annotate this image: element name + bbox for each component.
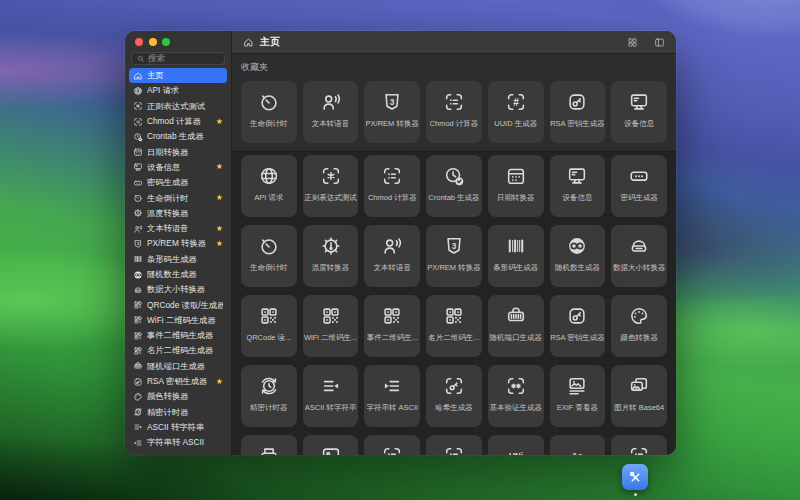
tool-tile[interactable]: WiFi 二维码生... <box>303 295 359 357</box>
tool-tile[interactable]: 条形码生成器 <box>488 225 544 287</box>
chmod-icon <box>381 165 403 187</box>
sidebar-item[interactable]: API 请求 <box>129 83 227 98</box>
tool-tile-label: 文本转语音 <box>374 264 412 272</box>
tool-tile-label: 日期转换器 <box>497 194 535 202</box>
tool-tile[interactable]: 生命倒计时 <box>241 81 297 143</box>
qr-icon <box>381 305 403 327</box>
tool-tile[interactable] <box>241 435 297 455</box>
sidebar-item[interactable]: WiFi 二维码生成器 <box>129 313 227 328</box>
tool-tile[interactable]: 文本转语音 <box>303 81 359 143</box>
tool-tile[interactable]: 随机数生成器 <box>550 225 606 287</box>
tool-tile-label: QRCode 读... <box>246 334 291 342</box>
sidebar-item[interactable]: 日期转换器 <box>129 144 227 159</box>
tool-tile[interactable]: 密码生成器 <box>611 155 667 217</box>
tool-tile-label: UUID 生成器 <box>494 120 537 128</box>
sidebar-item[interactable]: 事件二维码生成器 <box>129 328 227 343</box>
sidebar-item[interactable]: 温度转换器 <box>129 206 227 221</box>
stopwatch-icon <box>258 91 280 113</box>
tool-tile[interactable]: 3PX/REM 转换器 <box>364 81 420 143</box>
tool-tile[interactable]: EXIF 查看器 <box>550 365 606 427</box>
tool-tile[interactable] <box>364 435 420 455</box>
tool-tile-label: 正则表达式测试 <box>304 194 357 202</box>
tool-tile[interactable]: API 请求 <box>241 155 297 217</box>
tool-tile[interactable]: 精密计时器 <box>241 365 297 427</box>
tool-tile[interactable]: 3PX/REM 转换器 <box>426 225 482 287</box>
tool-tile[interactable]: 设备信息 <box>550 155 606 217</box>
sidebar-item[interactable]: Chmod 计算器★ <box>129 114 227 129</box>
tool-tile[interactable]: 颜色转换器 <box>611 295 667 357</box>
tool-tile[interactable]: Crontab 生成器 <box>426 155 482 217</box>
tool-tile[interactable]: 事件二维码生... <box>364 295 420 357</box>
sidebar-item-label: RSA 密钥生成器 <box>147 376 207 387</box>
sidebar-item[interactable]: ASCII 转字符串 <box>129 420 227 435</box>
sidebar-item[interactable]: 随机数生成器 <box>129 267 227 282</box>
sidebar-item[interactable]: 颜色转换器 <box>129 389 227 404</box>
grid-view-icon[interactable] <box>627 37 638 48</box>
textaa-icon: Aa <box>566 445 588 455</box>
page-title: 主页 <box>260 35 280 49</box>
tool-tile[interactable]: UNi <box>488 435 544 455</box>
sidebar-item[interactable]: QRCode 读取/生成器 <box>129 297 227 312</box>
sidebar-item[interactable]: 3PX/REM 转换器★ <box>129 236 227 251</box>
tool-tile[interactable]: 随机端口生成器 <box>488 295 544 357</box>
home-icon <box>243 37 254 48</box>
tool-tile-label: PX/REM 转换器 <box>366 120 419 128</box>
sidebar-item[interactable]: 数据大小转换器 <box>129 282 227 297</box>
qr-icon <box>443 305 465 327</box>
tool-tile[interactable]: 哈希生成器 <box>426 365 482 427</box>
sidebar-item[interactable]: 文本转语音★ <box>129 221 227 236</box>
monitor-icon <box>628 91 650 113</box>
tool-tile[interactable]: 温度转换器 <box>303 225 359 287</box>
sidebar-item[interactable]: 设备信息★ <box>129 160 227 175</box>
tool-tile[interactable]: Chmod 计算器 <box>364 155 420 217</box>
tool-tile[interactable]: QRCode 读... <box>241 295 297 357</box>
sidebar-item[interactable]: 生命倒计时★ <box>129 190 227 205</box>
close-button[interactable] <box>135 38 143 46</box>
search-input[interactable]: 搜索 <box>131 52 225 65</box>
rsa-icon <box>566 91 588 113</box>
tool-tile-label: 温度转换器 <box>312 264 350 272</box>
sidebar-item[interactable]: 条形码生成器 <box>129 252 227 267</box>
tool-tile[interactable]: 设备信息 <box>611 81 667 143</box>
tool-tile-label: 设备信息 <box>624 120 654 128</box>
tool-tile[interactable] <box>611 435 667 455</box>
tool-tile[interactable]: Chmod 计算器 <box>426 81 482 143</box>
search-icon <box>137 55 145 63</box>
sidebar-item[interactable]: 字符串转 ASCII <box>129 435 227 450</box>
dock-app-icon[interactable] <box>622 464 648 490</box>
tool-tile[interactable]: ASCII 转字符串 <box>303 365 359 427</box>
tool-tile[interactable]: 日期转换器 <box>488 155 544 217</box>
sidebar-item[interactable]: 正则表达式测试 <box>129 99 227 114</box>
sidebar-item[interactable]: 名片二维码生成器 <box>129 343 227 358</box>
tool-tile[interactable]: #UUID 生成器 <box>488 81 544 143</box>
sidebar-item[interactable]: 随机端口生成器 <box>129 359 227 374</box>
sidebar-item[interactable]: Crontab 生成器 <box>129 129 227 144</box>
tool-tile[interactable]: Aa <box>550 435 606 455</box>
hash-icon <box>443 375 465 397</box>
minimize-button[interactable] <box>149 38 157 46</box>
tool-tile[interactable]: 图片转 Base64 <box>611 365 667 427</box>
tool-tile[interactable]: 基本验证生成器 <box>488 365 544 427</box>
tool-tile[interactable]: 正则表达式测试 <box>303 155 359 217</box>
tool-tile[interactable]: 字符串转 ASCII <box>364 365 420 427</box>
zoom-button[interactable] <box>162 38 170 46</box>
tool-tile[interactable] <box>303 435 359 455</box>
sidebar-item-label: 日期转换器 <box>147 147 188 158</box>
sidebar-item[interactable]: 密码生成器 <box>129 175 227 190</box>
tool-tile[interactable]: 数据大小转换器 <box>611 225 667 287</box>
qr-icon <box>133 300 143 310</box>
tool-tile[interactable]: RSA 密钥生成器 <box>550 81 606 143</box>
dock-running-indicator <box>634 493 637 496</box>
tool-tile[interactable]: 名片二维码生... <box>426 295 482 357</box>
toggle-sidebar-icon[interactable] <box>654 37 665 48</box>
sidebar-item[interactable]: RSA 密钥生成器★ <box>129 374 227 389</box>
tool-tile[interactable]: 生命倒计时 <box>241 225 297 287</box>
sidebar-item[interactable]: 精密计时器 <box>129 405 227 420</box>
tool-tile[interactable] <box>426 435 482 455</box>
sidebar-item[interactable]: 主页 <box>129 68 227 83</box>
sidebar-item-label: 数据大小转换器 <box>147 284 205 295</box>
tool-tile[interactable]: 文本转语音 <box>364 225 420 287</box>
ascii2str-icon <box>320 375 342 397</box>
tool-tile[interactable]: RSA 密钥生成器 <box>550 295 606 357</box>
monitor-icon <box>133 162 143 172</box>
